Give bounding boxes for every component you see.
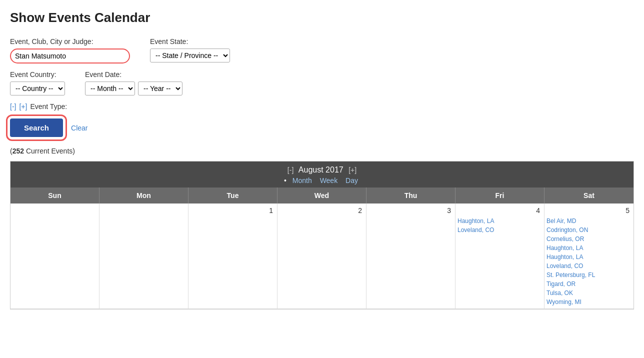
calendar-cell: 1 xyxy=(188,204,278,309)
calendar-event-link[interactable]: Loveland, CO xyxy=(546,262,632,270)
event-month-select[interactable]: -- Month -- xyxy=(85,82,135,96)
calendar-day-header: Fri xyxy=(456,188,544,204)
calendar-date: 4 xyxy=(458,206,542,216)
calendar-cell: 2 xyxy=(278,204,366,309)
event-search-group: Event, Club, City or Judge: xyxy=(10,38,130,64)
calendar-event-link[interactable]: Tigard, OR xyxy=(546,280,632,288)
event-country-group: Event Country: -- Country -- xyxy=(10,70,65,96)
results-count-row: (252 Current Events) xyxy=(10,147,634,155)
calendar-event-link[interactable]: St. Petersburg, FL xyxy=(546,270,632,280)
calendar-day-header: Sat xyxy=(544,188,634,204)
event-country-select[interactable]: -- Country -- xyxy=(10,82,65,96)
form-row-2: Event Country: -- Country -- Event Date:… xyxy=(10,70,634,96)
calendar-day-header: Mon xyxy=(100,188,188,204)
calendar-title: August 2017 xyxy=(298,166,344,174)
calendar-day-headers: SunMonTueWedThuFriSat xyxy=(10,188,634,204)
calendar-header-top: [-] August 2017 [+] xyxy=(12,166,632,174)
calendar-event-link[interactable]: Haughton, LA xyxy=(458,216,542,226)
calendar-view-month[interactable]: Month xyxy=(292,176,312,184)
calendar-view-day[interactable]: Day xyxy=(346,176,358,184)
calendar-day-header: Sun xyxy=(10,188,100,204)
calendar-view-week[interactable]: Week xyxy=(320,176,338,184)
calendar-event-link[interactable]: Bel Air, MD xyxy=(546,216,632,226)
calendar-event-link[interactable]: Codrington, ON xyxy=(546,226,632,234)
event-date-selects: -- Month -- -- Year -- xyxy=(85,82,182,96)
event-date-group: Event Date: -- Month -- -- Year -- xyxy=(85,70,182,96)
calendar-day-header: Thu xyxy=(366,188,456,204)
event-type-plus-link[interactable]: [+] xyxy=(19,102,27,110)
event-search-label: Event, Club, City or Judge: xyxy=(10,38,130,46)
calendar-header: [-] August 2017 [+] • Month Week Day xyxy=(10,162,634,188)
calendar-event-link[interactable]: Haughton, LA xyxy=(546,252,632,262)
event-type-row: [-] [+] Event Type: xyxy=(10,102,634,110)
event-state-select[interactable]: -- State / Province -- xyxy=(150,48,230,62)
calendar-event-link[interactable]: Tulsa, OK xyxy=(546,288,632,298)
search-form: Event, Club, City or Judge: Event State:… xyxy=(10,38,634,137)
event-search-input[interactable] xyxy=(10,48,130,64)
calendar-bullet: • xyxy=(284,176,286,184)
event-type-minus-link[interactable]: [-] xyxy=(10,102,16,110)
calendar-event-link[interactable]: Haughton, LA xyxy=(546,244,632,252)
calendar-nav-views: • Month Week Day xyxy=(12,176,632,184)
event-date-label: Event Date: xyxy=(85,70,182,78)
calendar: [-] August 2017 [+] • Month Week Day Sun… xyxy=(10,161,634,310)
results-count-label: Current Events) xyxy=(26,147,75,155)
event-type-label: Event Type: xyxy=(30,102,67,110)
calendar-cell xyxy=(100,204,188,309)
calendar-event-link[interactable]: Wyoming, MI xyxy=(546,298,632,306)
calendar-cell: 4Haughton, LALoveland, CO xyxy=(456,204,544,309)
form-row-1: Event, Club, City or Judge: Event State:… xyxy=(10,38,634,64)
clear-link[interactable]: Clear xyxy=(71,124,88,132)
calendar-date: 5 xyxy=(546,206,632,216)
results-count-number: 252 xyxy=(12,147,24,155)
calendar-date: 1 xyxy=(190,206,275,216)
event-country-label: Event Country: xyxy=(10,70,65,78)
event-state-group: Event State: -- State / Province -- xyxy=(150,38,230,62)
calendar-event-link[interactable]: Cornelius, OR xyxy=(546,234,632,244)
calendar-date: 2 xyxy=(280,206,364,216)
event-year-select[interactable]: -- Year -- xyxy=(138,82,182,96)
page-title: Show Events Calendar xyxy=(10,10,634,26)
calendar-grid: 1234Haughton, LALoveland, CO5Bel Air, MD… xyxy=(10,204,634,309)
event-state-label: Event State: xyxy=(150,38,230,46)
calendar-next-link[interactable]: [+] xyxy=(348,166,356,174)
calendar-day-header: Wed xyxy=(278,188,366,204)
calendar-cell xyxy=(10,204,100,309)
calendar-cell: 5Bel Air, MDCodrington, ONCornelius, ORH… xyxy=(544,204,634,309)
calendar-cell: 3 xyxy=(366,204,456,309)
calendar-prev-link[interactable]: [-] xyxy=(288,166,294,174)
calendar-date: 3 xyxy=(368,206,453,216)
calendar-day-header: Tue xyxy=(188,188,278,204)
button-row: Search Clear xyxy=(10,118,634,137)
calendar-event-link[interactable]: Loveland, CO xyxy=(458,226,542,234)
search-button[interactable]: Search xyxy=(10,118,63,137)
